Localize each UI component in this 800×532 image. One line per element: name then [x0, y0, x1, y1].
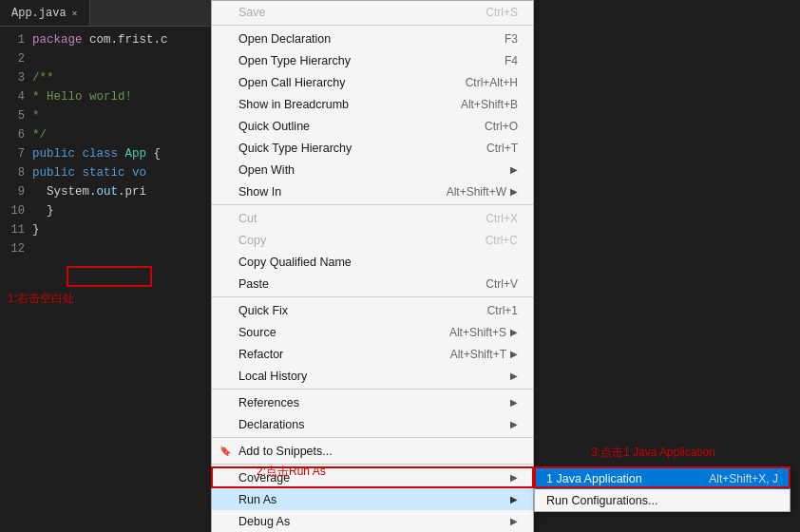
menu-item-run-as-label: Run As: [238, 493, 276, 506]
editor-tab-bar: App.java ✕: [0, 0, 219, 27]
code-line-11: 11 }: [0, 220, 219, 239]
menu-item-add-snippets-label: Add to Snippets...: [238, 445, 333, 458]
context-menu: Save Ctrl+S Open Declaration F3 Open Typ…: [211, 0, 534, 532]
menu-item-quick-type-hierarchy-shortcut: Ctrl+T: [486, 142, 518, 155]
annotation-text-3: 3:点击1 Java Application: [591, 445, 715, 461]
menu-item-references[interactable]: References ▶: [212, 391, 533, 413]
close-icon[interactable]: ✕: [72, 8, 78, 19]
menu-item-coverage-label: Coverage: [238, 471, 290, 484]
coverage-arrow-icon: ▶: [510, 472, 518, 483]
menu-item-refactor-shortcut: Alt+Shift+T: [450, 348, 506, 361]
menu-item-open-with-label: Open With: [238, 163, 295, 177]
menu-item-paste-label: Paste: [238, 277, 269, 291]
local-history-arrow-icon: ▶: [510, 370, 518, 381]
menu-item-quick-fix-label: Quick Fix: [238, 304, 288, 317]
menu-item-open-with[interactable]: Open With ▶: [212, 159, 533, 180]
menu-item-copy-shortcut: Ctrl+C: [486, 234, 518, 247]
code-line-2: 2: [0, 49, 219, 68]
menu-item-quick-fix-shortcut: Ctrl+1: [487, 304, 518, 317]
editor-area: App.java ✕ 1 package com.frist.c 2 3 /**…: [0, 0, 219, 532]
code-line-5: 5 *: [0, 106, 219, 125]
menu-item-local-history[interactable]: Local History ▶: [212, 365, 533, 387]
menu-item-cut-shortcut: Ctrl+X: [486, 212, 518, 225]
annotation-rect-1: [67, 266, 152, 287]
menu-item-open-type-hierarchy-label: Open Type Hierarchy: [238, 54, 351, 67]
menu-item-refactor[interactable]: Refactor Alt+Shift+T ▶: [212, 343, 533, 365]
show-in-arrow-icon: ▶: [510, 186, 518, 197]
menu-item-copy-label: Copy: [238, 234, 266, 247]
annotation-text-1: 1:右击空白处: [8, 291, 74, 307]
menu-item-open-declaration[interactable]: Open Declaration F3: [212, 28, 533, 49]
code-line-8: 8 public static vo: [0, 163, 219, 182]
code-line-12: 12: [0, 239, 219, 258]
submenu-item-run-configurations-label: Run Configurations...: [546, 494, 657, 507]
menu-item-quick-outline[interactable]: Quick Outline Ctrl+O: [212, 115, 533, 137]
editor-tab[interactable]: App.java ✕: [0, 0, 90, 26]
menu-item-show-in[interactable]: Show In Alt+Shift+W ▶: [212, 180, 533, 202]
menu-item-quick-outline-label: Quick Outline: [238, 120, 310, 133]
menu-item-debug-as[interactable]: Debug As ▶: [212, 510, 533, 532]
code-line-10: 10 }: [0, 201, 219, 220]
tab-label: App.java: [11, 7, 67, 20]
menu-item-save-label: Save: [238, 6, 266, 19]
menu-item-coverage[interactable]: Coverage ▶: [212, 466, 533, 488]
menu-item-open-declaration-shortcut: F3: [505, 32, 518, 46]
submenu-item-java-application-shortcut: Alt+Shift+X, J: [709, 472, 778, 485]
menu-item-quick-type-hierarchy[interactable]: Quick Type Hierarchy Ctrl+T: [212, 137, 533, 159]
menu-item-open-type-hierarchy-shortcut: F4: [505, 54, 518, 67]
menu-item-show-in-shortcut: Alt+Shift+W: [447, 185, 506, 199]
submenu-item-run-configurations[interactable]: Run Configurations...: [535, 489, 790, 511]
code-line-9: 9 System.out.pri: [0, 182, 219, 201]
menu-item-quick-type-hierarchy-label: Quick Type Hierarchy: [238, 142, 352, 155]
menu-item-add-snippets[interactable]: 🔖 Add to Snippets...: [212, 440, 533, 462]
open-with-arrow-icon: ▶: [510, 164, 518, 175]
code-line-7: 7 public class App {: [0, 144, 219, 163]
menu-item-source[interactable]: Source Alt+Shift+S ▶: [212, 321, 533, 343]
menu-item-refactor-label: Refactor: [238, 348, 283, 361]
menu-item-run-as[interactable]: Run As ▶: [212, 488, 533, 510]
menu-item-paste-shortcut: Ctrl+V: [486, 277, 518, 291]
submenu-item-java-application-label: 1 Java Application: [546, 472, 642, 485]
source-arrow-icon: ▶: [510, 327, 518, 337]
menu-item-open-call-hierarchy-label: Open Call Hierarchy: [238, 76, 346, 89]
menu-item-references-label: References: [238, 396, 299, 409]
references-arrow-icon: ▶: [510, 397, 518, 408]
menu-item-open-declaration-label: Open Declaration: [238, 32, 331, 46]
menu-item-show-breadcrumb[interactable]: Show in Breadcrumb Alt+Shift+B: [212, 93, 533, 115]
menu-item-copy[interactable]: Copy Ctrl+C: [212, 229, 533, 251]
menu-item-cut[interactable]: Cut Ctrl+X: [212, 207, 533, 229]
menu-separator-4: [212, 389, 533, 390]
menu-item-declarations[interactable]: Declarations ▶: [212, 413, 533, 435]
menu-item-open-call-hierarchy[interactable]: Open Call Hierarchy Ctrl+Alt+H: [212, 71, 533, 93]
menu-item-source-shortcut: Alt+Shift+S: [449, 326, 506, 339]
menu-item-open-call-hierarchy-shortcut: Ctrl+Alt+H: [466, 76, 518, 89]
menu-item-debug-as-label: Debug As: [238, 515, 290, 528]
menu-item-declarations-label: Declarations: [238, 418, 304, 431]
menu-item-paste[interactable]: Paste Ctrl+V: [212, 273, 533, 294]
declarations-arrow-icon: ▶: [510, 419, 518, 429]
menu-item-cut-label: Cut: [238, 212, 257, 225]
submenu-item-java-application[interactable]: 1 Java Application Alt+Shift+X, J: [535, 467, 790, 489]
menu-separator-5: [212, 437, 533, 438]
code-line-4: 4 * Hello world!: [0, 87, 219, 106]
code-line-6: 6 */: [0, 125, 219, 144]
code-area: 1 package com.frist.c 2 3 /** 4 * Hello …: [0, 27, 219, 262]
run-as-arrow-icon: ▶: [510, 494, 518, 504]
menu-item-show-in-label: Show In: [238, 185, 281, 199]
menu-separator-6: [212, 464, 533, 465]
menu-item-quick-fix[interactable]: Quick Fix Ctrl+1: [212, 299, 533, 321]
menu-item-open-type-hierarchy[interactable]: Open Type Hierarchy F4: [212, 49, 533, 71]
menu-item-save[interactable]: Save Ctrl+S: [212, 1, 533, 23]
debug-as-arrow-icon: ▶: [510, 516, 518, 526]
menu-separator-3: [212, 296, 533, 297]
menu-separator-1: [212, 25, 533, 26]
refactor-arrow-icon: ▶: [510, 349, 518, 359]
menu-item-copy-qualified[interactable]: Copy Qualified Name: [212, 251, 533, 273]
menu-item-source-label: Source: [238, 326, 276, 339]
menu-separator-2: [212, 204, 533, 205]
menu-item-copy-qualified-label: Copy Qualified Name: [238, 256, 352, 269]
snippets-icon: 🔖: [216, 446, 235, 456]
code-line-1: 1 package com.frist.c: [0, 30, 219, 49]
menu-item-show-breadcrumb-label: Show in Breadcrumb: [238, 98, 349, 111]
menu-item-quick-outline-shortcut: Ctrl+O: [485, 120, 518, 133]
